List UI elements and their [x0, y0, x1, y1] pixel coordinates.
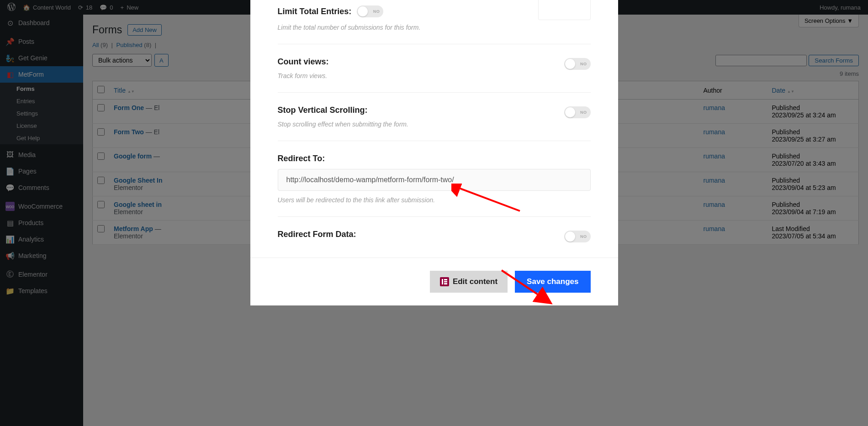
- count-views-toggle[interactable]: NO: [564, 58, 591, 70]
- redirect-to-desc: Users will be redirected to the this lin…: [278, 196, 591, 204]
- stop-scrolling-desc: Stop scrolling effect when submitting th…: [278, 121, 591, 128]
- modal-dialog: Limit Total Entries: NO Limit the total …: [250, 0, 618, 305]
- elementor-badge-icon: [440, 277, 449, 286]
- svg-rect-0: [442, 279, 443, 284]
- field-redirect-to: Redirect To: Users will be redirected to…: [278, 141, 591, 217]
- stop-scrolling-toggle[interactable]: NO: [564, 106, 591, 118]
- redirect-to-label: Redirect To:: [278, 154, 591, 163]
- redirect-to-input[interactable]: [278, 169, 591, 191]
- redirect-data-toggle[interactable]: NO: [564, 231, 591, 242]
- field-count-views: Count views: Track form views. NO: [278, 44, 591, 93]
- svg-rect-3: [444, 283, 447, 284]
- save-changes-button[interactable]: Save changes: [515, 271, 590, 293]
- stop-scrolling-label: Stop Vertical Scrolling:: [278, 105, 591, 115]
- limit-entries-desc: Limit the total number of submissions fo…: [278, 24, 591, 31]
- svg-rect-1: [444, 279, 447, 280]
- field-redirect-data: Redirect Form Data: NO: [278, 217, 591, 258]
- count-views-label: Count views:: [278, 57, 591, 67]
- modal-overlay: Limit Total Entries: NO Limit the total …: [0, 0, 868, 426]
- count-views-desc: Track form views.: [278, 72, 591, 79]
- redirect-data-label: Redirect Form Data:: [278, 230, 591, 239]
- limit-entries-toggle[interactable]: NO: [357, 5, 383, 17]
- field-limit-entries: Limit Total Entries: NO Limit the total …: [278, 0, 591, 44]
- svg-rect-2: [444, 281, 447, 283]
- field-stop-scrolling: Stop Vertical Scrolling: Stop scrolling …: [278, 93, 591, 141]
- limit-entries-label: Limit Total Entries:: [278, 7, 352, 16]
- edit-content-button[interactable]: Edit content: [430, 271, 508, 293]
- modal-footer: Edit content Save changes: [250, 258, 618, 305]
